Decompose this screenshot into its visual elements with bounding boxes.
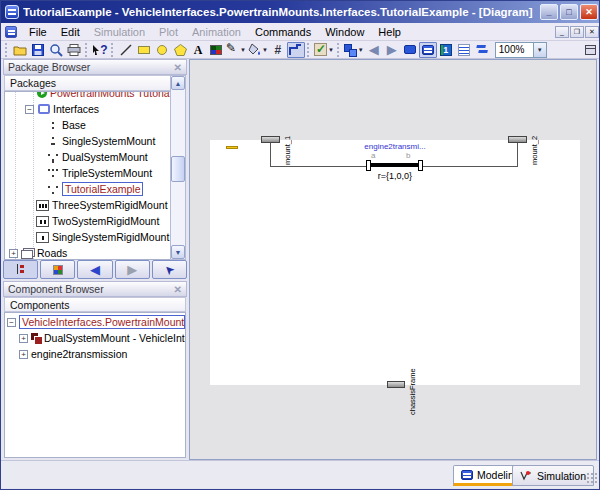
- history-forward-button[interactable]: ▶: [115, 260, 150, 279]
- menu-help[interactable]: Help: [371, 24, 408, 40]
- go-to-top-button[interactable]: ➤: [152, 260, 187, 279]
- context-help-button[interactable]: ?: [91, 42, 109, 58]
- connection-line[interactable]: [270, 166, 366, 167]
- used-classes-button[interactable]: [473, 42, 491, 58]
- component-item-dualsystemmount[interactable]: + DualSystemMount - VehicleInterfaces...…: [5, 330, 185, 346]
- close-icon[interactable]: ✕: [174, 62, 182, 73]
- save-button[interactable]: [29, 42, 47, 58]
- menu-file[interactable]: File: [22, 24, 54, 40]
- icon-view-button[interactable]: [401, 42, 419, 58]
- dropdown-arrow-icon[interactable]: ▼: [262, 47, 268, 53]
- tab-simulation[interactable]: Simulation: [512, 465, 594, 486]
- dropdown-arrow-icon[interactable]: ▼: [240, 47, 246, 53]
- connection-line[interactable]: [423, 166, 517, 167]
- resize-grip[interactable]: [586, 472, 598, 484]
- tree-item-roads[interactable]: + Roads: [5, 245, 185, 260]
- toolbar-grip[interactable]: [307, 43, 311, 57]
- mdi-close-button[interactable]: ✕: [585, 26, 599, 38]
- hierarchy-view-button[interactable]: [3, 260, 38, 279]
- mdi-minimize-button[interactable]: _: [555, 26, 569, 38]
- diagram-pane[interactable]: mount_1 mount_2 engine2transmi... a b r=…: [189, 59, 597, 460]
- tree-item-label: TripleSystemMount: [62, 167, 152, 179]
- component-item-engine2transmission[interactable]: + engine2transmission: [5, 346, 185, 362]
- close-icon[interactable]: ✕: [174, 284, 182, 295]
- combo-dropdown-button[interactable]: ▼: [533, 43, 546, 57]
- collapse-icon[interactable]: −: [7, 318, 16, 327]
- minimize-button[interactable]: _: [540, 4, 558, 20]
- check-model-button[interactable]: ▼: [313, 42, 335, 58]
- expand-icon[interactable]: +: [19, 350, 28, 359]
- next-button[interactable]: ▶: [383, 42, 401, 58]
- expand-icon[interactable]: +: [9, 249, 18, 258]
- component-tree[interactable]: − VehicleInterfaces.PowertrainMounts.Int…: [4, 312, 186, 458]
- zoom-button[interactable]: [47, 42, 65, 58]
- ellipse-tool-button[interactable]: [153, 42, 171, 58]
- previous-button[interactable]: ◀: [365, 42, 383, 58]
- tree-item-singlesystemrigidmount[interactable]: SingleSystemRigidMount: [5, 229, 185, 245]
- tree-item-interfaces[interactable]: − Interfaces: [5, 101, 185, 117]
- tree-item-base[interactable]: Base: [5, 117, 185, 133]
- package-tree[interactable]: PowertrainMounts Tutorial − Interfaces B…: [4, 91, 186, 260]
- connection-icon: [289, 44, 302, 56]
- component-item-root[interactable]: − VehicleInterfaces.PowertrainMounts.Int…: [5, 314, 185, 330]
- diagram-view-button[interactable]: [419, 42, 437, 58]
- fixed-translation-component[interactable]: [371, 163, 418, 167]
- connection-line[interactable]: [517, 143, 518, 167]
- pen-color-button[interactable]: ✎ ▼: [225, 42, 247, 58]
- tree-item-triplesystemmount[interactable]: TripleSystemMount: [5, 165, 185, 181]
- tree-item-tutorialexample[interactable]: TutorialExample: [5, 181, 185, 197]
- zoom-level-combo[interactable]: 100% ▼: [495, 42, 547, 58]
- maximize-button[interactable]: □: [560, 4, 578, 20]
- tree-item-singlesystemmount[interactable]: SingleSystemMount: [5, 133, 185, 149]
- modelica-text-button[interactable]: [455, 42, 473, 58]
- bitmap-tool-button[interactable]: [207, 42, 225, 58]
- connection-line[interactable]: [270, 143, 271, 167]
- rectangle-tool-button[interactable]: [135, 42, 153, 58]
- chassisframe-connector[interactable]: [387, 381, 405, 388]
- connection-mode-button[interactable]: [287, 42, 305, 58]
- translate-button[interactable]: ▼: [343, 42, 365, 58]
- title-bar[interactable]: TutorialExample - VehicleInterfaces.Powe…: [1, 1, 600, 23]
- toolbar-grip[interactable]: [85, 43, 89, 57]
- frame-a-port[interactable]: [366, 160, 371, 171]
- mount2-connector[interactable]: [508, 136, 527, 143]
- dropdown-arrow-icon[interactable]: ▼: [358, 47, 364, 53]
- text-tool-button[interactable]: A: [189, 42, 207, 58]
- scrollbar-thumb[interactable]: [171, 156, 185, 182]
- document-icon[interactable]: [5, 26, 17, 38]
- frame-b-port[interactable]: [418, 160, 423, 171]
- expand-icon[interactable]: +: [19, 334, 28, 343]
- tree-item-dualsystemmount[interactable]: DualSystemMount: [5, 149, 185, 165]
- icons-view-button[interactable]: [40, 260, 75, 279]
- tree-item-twosystemrigidmount[interactable]: TwoSystemRigidMount: [5, 213, 185, 229]
- documentation-button[interactable]: 1: [437, 42, 455, 58]
- components-column-header[interactable]: Components: [4, 297, 186, 312]
- tree-item-powertrainmounts-tutorial[interactable]: PowertrainMounts Tutorial: [5, 91, 185, 101]
- mdi-restore-button[interactable]: ❐: [570, 26, 584, 38]
- scroll-up-icon[interactable]: ▲: [171, 76, 185, 90]
- tree-item-threesystemrigidmount[interactable]: ThreeSystemRigidMount: [5, 197, 185, 213]
- fill-color-button[interactable]: ▼: [247, 42, 269, 58]
- menu-window[interactable]: Window: [318, 24, 371, 40]
- close-button[interactable]: ✕: [580, 4, 598, 20]
- grid-button[interactable]: #: [269, 42, 287, 58]
- toolbar-grip[interactable]: [337, 43, 341, 57]
- polygon-tool-button[interactable]: [171, 42, 189, 58]
- line-tool-button[interactable]: [117, 42, 135, 58]
- menu-edit[interactable]: Edit: [54, 24, 87, 40]
- collapse-icon[interactable]: −: [25, 105, 34, 114]
- toolbar-grip[interactable]: [5, 43, 9, 57]
- print-button[interactable]: [65, 42, 83, 58]
- component-browser-header[interactable]: Component Browser ✕: [3, 281, 187, 297]
- toolbar-grip[interactable]: [111, 43, 115, 57]
- package-browser-header[interactable]: Package Browser ✕: [3, 59, 187, 75]
- package-tree-scrollbar[interactable]: ▲ ▼: [170, 75, 186, 260]
- history-back-button[interactable]: ◀: [77, 260, 112, 279]
- packages-column-header[interactable]: Packages: [4, 75, 186, 91]
- window-layout-button[interactable]: [581, 42, 599, 58]
- mount1-connector[interactable]: [261, 136, 280, 143]
- menu-commands[interactable]: Commands: [248, 24, 318, 40]
- open-button[interactable]: [11, 42, 29, 58]
- dropdown-arrow-icon[interactable]: ▼: [328, 47, 334, 53]
- scroll-down-icon[interactable]: ▼: [171, 245, 185, 259]
